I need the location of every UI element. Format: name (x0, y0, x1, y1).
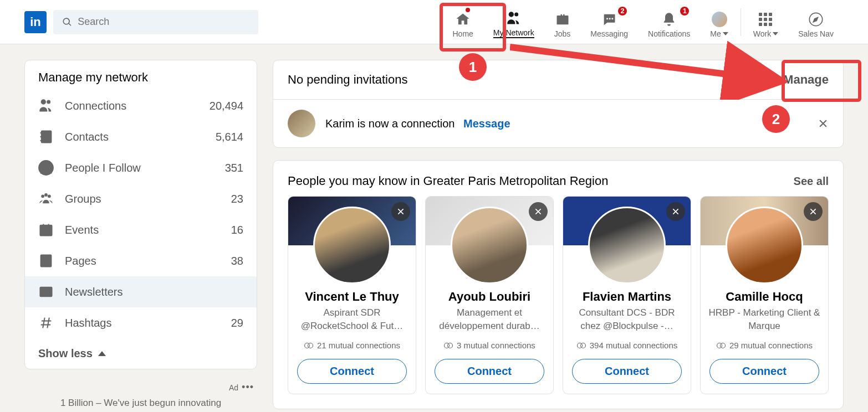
caret-down-icon (773, 32, 778, 35)
person-card[interactable]: Vincent Le Thuy Aspirant SDR @RocketScho… (288, 196, 416, 394)
grid-icon (759, 13, 772, 26)
show-less-button[interactable]: Show less (25, 338, 257, 369)
person-description: Management et développement durab… (426, 306, 553, 333)
person-card[interactable]: Ayoub Loubiri Management et développemen… (425, 196, 554, 394)
sidebar-item-contacts[interactable]: Contacts 5,614 (25, 121, 257, 152)
dismiss-person-button[interactable] (391, 202, 410, 221)
person-avatar[interactable] (726, 207, 803, 284)
compass-icon (808, 12, 824, 27)
person-description: HRBP - Marketing Client & Marque (701, 306, 828, 333)
dismiss-button[interactable] (818, 118, 829, 129)
nav-me-label: Me (710, 29, 721, 38)
sidebar-item-count: 38 (231, 255, 243, 267)
nav-messaging-label: Messaging (590, 29, 628, 38)
search-box[interactable] (53, 10, 258, 34)
connect-button[interactable]: Connect (297, 359, 407, 384)
dismiss-person-button[interactable] (529, 202, 548, 221)
nav-notifications[interactable]: 1 Notifications (638, 0, 700, 44)
manage-button[interactable]: Manage (783, 73, 829, 87)
sidebar-item-count: 351 (225, 162, 243, 174)
connect-button[interactable]: Connect (572, 359, 682, 384)
sidebar-item-label: Pages (65, 255, 231, 267)
sidebar-item-people-follow[interactable]: People I Follow 351 (25, 152, 257, 183)
sidebar-item-count: 16 (231, 224, 243, 236)
sidebar-item-connections[interactable]: Connections 20,494 (25, 90, 257, 121)
sidebar-item-newsletters[interactable]: Newsletters (25, 276, 257, 307)
nav-messaging[interactable]: 2 Messaging (580, 0, 638, 44)
dismiss-person-button[interactable] (804, 202, 823, 221)
mutual-connections: 394 mutual connections (576, 341, 677, 350)
mutual-icon (716, 342, 726, 349)
calendar-icon: 5 (38, 222, 54, 238)
nav-work[interactable]: Work (743, 0, 788, 44)
home-badge (464, 7, 471, 13)
ad-label[interactable]: Ad ••• (229, 382, 254, 393)
message-icon (601, 12, 617, 27)
person-name: Ayoub Loubiri (444, 290, 535, 304)
sidebar-item-groups[interactable]: Groups 23 (25, 183, 257, 214)
svg-point-37 (580, 343, 585, 348)
ad-text: 1 Billion – We've just begun innovating (28, 398, 254, 409)
people-icon (38, 98, 54, 114)
groups-icon (38, 191, 54, 207)
nav-salesnav[interactable]: Sales Nav (788, 0, 844, 44)
svg-point-12 (41, 194, 44, 198)
follow-icon (38, 160, 54, 176)
notifications-badge: 1 (679, 6, 690, 17)
person-avatar[interactable] (313, 207, 391, 284)
close-icon (809, 207, 818, 216)
messaging-badge: 2 (617, 6, 628, 17)
search-input[interactable] (78, 16, 249, 28)
briefcase-icon (555, 12, 570, 27)
svg-text:5: 5 (44, 229, 47, 235)
person-description: Aspirant SDR @RocketSchool & Fut… (288, 306, 416, 333)
svg-point-14 (44, 193, 48, 197)
sidebar-item-count: 5,614 (216, 131, 243, 143)
person-name: Camille Hocq (721, 290, 807, 304)
sidebar-item-count: 23 (231, 193, 243, 205)
invitations-card: No pending invitations Manage Karim is n… (273, 60, 844, 148)
person-name: Vincent Le Thuy (300, 290, 404, 304)
linkedin-logo[interactable]: in (24, 11, 47, 33)
person-avatar[interactable] (588, 207, 666, 284)
person-description: Consultant DCS - BDR chez @Blockpulse -… (563, 306, 691, 333)
pages-icon (38, 253, 54, 269)
bell-icon (661, 12, 677, 27)
connect-button[interactable]: Connect (709, 359, 819, 384)
nav-work-label: Work (753, 29, 771, 38)
connection-text: Karim is now a connection (325, 117, 455, 130)
svg-point-35 (448, 343, 453, 348)
person-avatar[interactable] (451, 207, 528, 284)
ad-menu-icon[interactable]: ••• (242, 382, 254, 393)
sidebar-item-label: Connections (65, 100, 210, 112)
nav-jobs-label: Jobs (554, 29, 571, 38)
sidebar-item-count: 29 (231, 317, 243, 329)
mutual-connections: 29 mutual connections (716, 341, 813, 350)
person-card[interactable]: Camille Hocq HRBP - Marketing Client & M… (700, 196, 829, 394)
me-avatar (712, 12, 727, 27)
nav-home[interactable]: Home (443, 0, 483, 44)
message-link[interactable]: Message (463, 117, 510, 130)
nav-me[interactable]: Me (700, 0, 738, 44)
svg-point-3 (612, 18, 614, 19)
show-less-label: Show less (38, 347, 93, 360)
nav-divider (741, 8, 741, 36)
svg-point-2 (609, 18, 611, 19)
connect-button[interactable]: Connect (435, 359, 544, 384)
sidebar-item-label: People I Follow (65, 162, 225, 174)
person-card[interactable]: Au c votre Flavien Martins Consultant DC… (563, 196, 691, 394)
nav-mynetwork[interactable]: My Network (483, 0, 544, 44)
dismiss-person-button[interactable] (666, 202, 685, 221)
sidebar-item-pages[interactable]: Pages 38 (25, 245, 257, 276)
mutual-connections: 3 mutual connections (443, 341, 535, 350)
sidebar-item-label: Contacts (65, 131, 216, 143)
see-all-link[interactable]: See all (794, 175, 829, 188)
sidebar-item-events[interactable]: 5 Events 16 (25, 214, 257, 245)
connection-avatar[interactable] (288, 110, 315, 137)
nav-jobs[interactable]: Jobs (544, 0, 581, 44)
sidebar-item-label: Events (65, 224, 231, 236)
hashtag-icon (38, 315, 54, 331)
sidebar-item-hashtags[interactable]: Hashtags 29 (25, 307, 257, 338)
svg-rect-24 (40, 287, 52, 296)
svg-line-30 (43, 318, 45, 328)
